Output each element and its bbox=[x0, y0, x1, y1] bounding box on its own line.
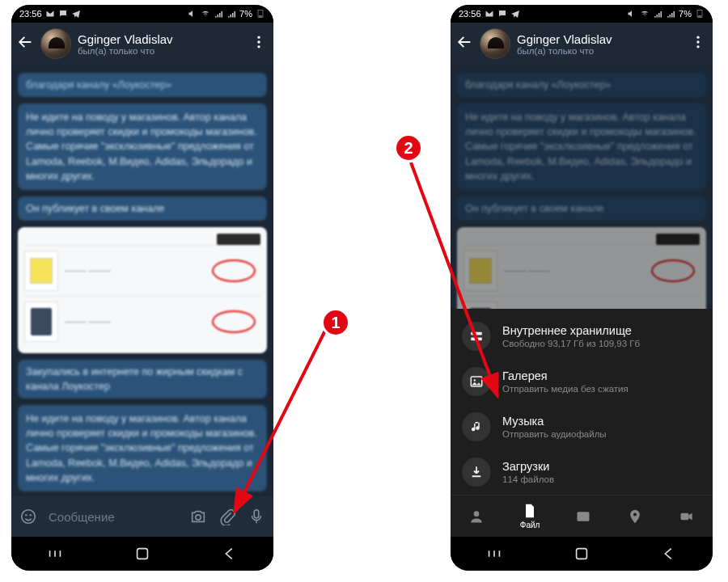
arrow-left-icon bbox=[455, 33, 473, 51]
signal-icon bbox=[214, 9, 223, 19]
home-button[interactable] bbox=[573, 545, 590, 563]
callout-badge-2: 2 bbox=[394, 133, 423, 162]
tab-gallery[interactable] bbox=[575, 508, 591, 525]
svg-line-25 bbox=[235, 326, 328, 512]
callout-arrow-2 bbox=[404, 158, 534, 408]
chat-name: Gginger Vladislav bbox=[517, 32, 684, 46]
svg-rect-10 bbox=[138, 549, 148, 559]
message-bubble: Не идите на поводу у магазинов. Автор ка… bbox=[18, 103, 267, 190]
avatar[interactable] bbox=[40, 28, 71, 59]
chat-icon bbox=[58, 9, 68, 19]
emoji-icon[interactable] bbox=[19, 508, 37, 525]
chat-last-seen: был(а) только что bbox=[517, 46, 684, 56]
home-button[interactable] bbox=[133, 545, 151, 563]
option-subtitle: Отправить аудиофайлы bbox=[502, 429, 607, 439]
svg-rect-24 bbox=[577, 549, 587, 559]
svg-point-13 bbox=[696, 36, 699, 39]
svg-point-22 bbox=[633, 512, 637, 516]
svg-point-5 bbox=[22, 510, 36, 524]
status-time: 23:56 bbox=[19, 9, 42, 19]
chat-name: Gginger Vladislav bbox=[78, 32, 244, 46]
option-title: Загрузки bbox=[502, 460, 554, 473]
svg-point-3 bbox=[257, 40, 260, 43]
wifi-icon bbox=[640, 9, 650, 19]
signal-icon-2 bbox=[226, 9, 236, 19]
svg-point-4 bbox=[257, 45, 260, 48]
image-icon bbox=[575, 508, 591, 525]
callout-badge-1: 1 bbox=[321, 308, 350, 337]
wifi-icon bbox=[201, 9, 210, 19]
more-vertical-icon bbox=[690, 34, 706, 50]
option-downloads[interactable]: Загрузки 114 файлов bbox=[451, 449, 713, 495]
android-nav-bar bbox=[11, 537, 273, 571]
back-nav-button[interactable] bbox=[221, 545, 239, 563]
file-icon bbox=[522, 503, 538, 519]
svg-point-7 bbox=[30, 514, 32, 516]
attach-tabbar: Файл bbox=[451, 495, 713, 537]
camera-icon[interactable] bbox=[189, 508, 207, 525]
more-button[interactable] bbox=[251, 34, 267, 53]
chat-header: Gginger Vladislav был(а) только что bbox=[451, 23, 713, 65]
avatar[interactable] bbox=[480, 28, 510, 59]
signal-icon bbox=[653, 9, 662, 19]
battery-text: 7% bbox=[679, 9, 692, 19]
svg-point-2 bbox=[257, 36, 260, 39]
back-nav-button[interactable] bbox=[660, 545, 678, 563]
back-button[interactable] bbox=[455, 33, 473, 54]
message-bubble: благодаря каналу «Лоукостер» bbox=[18, 73, 267, 97]
option-music[interactable]: Музыка Отправить аудиофайлы bbox=[451, 404, 713, 449]
more-vertical-icon bbox=[251, 34, 267, 50]
telegram-icon bbox=[71, 9, 81, 19]
recents-button[interactable] bbox=[46, 545, 64, 563]
svg-rect-1 bbox=[259, 16, 262, 17]
android-nav-bar bbox=[451, 537, 713, 571]
chat-title-block[interactable]: Gginger Vladislav был(а) только что bbox=[517, 32, 684, 56]
location-icon bbox=[627, 508, 643, 525]
recents-button[interactable] bbox=[485, 545, 503, 563]
signal-icon-2 bbox=[666, 9, 675, 19]
tab-location[interactable] bbox=[627, 508, 643, 525]
battery-icon bbox=[256, 9, 265, 19]
battery-text: 7% bbox=[239, 9, 252, 19]
mail-icon bbox=[45, 9, 55, 19]
status-bar: 23:56 7% bbox=[11, 5, 273, 23]
chat-icon bbox=[497, 9, 507, 19]
svg-point-8 bbox=[196, 515, 201, 520]
svg-point-6 bbox=[25, 514, 27, 516]
back-button[interactable] bbox=[16, 33, 34, 54]
option-subtitle: 114 файлов bbox=[502, 474, 554, 484]
svg-point-14 bbox=[696, 40, 699, 43]
status-bar: 23:56 7% bbox=[451, 5, 713, 23]
battery-icon bbox=[695, 9, 705, 19]
music-icon bbox=[469, 420, 484, 434]
message-bubble: благодаря каналу «Лоукостер» bbox=[457, 73, 706, 97]
svg-rect-21 bbox=[578, 512, 590, 521]
message-input[interactable]: Сообщение bbox=[49, 510, 178, 524]
chat-title-block[interactable]: Gginger Vladislav был(а) только что bbox=[78, 32, 244, 56]
arrow-left-icon bbox=[16, 33, 34, 51]
option-title: Музыка bbox=[502, 415, 607, 428]
download-icon bbox=[469, 465, 484, 479]
chat-header: Gginger Vladislav был(а) только что bbox=[11, 23, 273, 65]
svg-point-20 bbox=[474, 511, 480, 517]
message-bubble: Он публикует в своем канале bbox=[18, 196, 267, 221]
mute-icon bbox=[627, 9, 637, 19]
tab-camera[interactable] bbox=[679, 508, 695, 525]
status-time: 23:56 bbox=[459, 9, 481, 19]
mail-icon bbox=[485, 9, 494, 19]
callout-arrow-1 bbox=[226, 319, 356, 529]
mute-icon bbox=[188, 9, 197, 19]
svg-line-26 bbox=[411, 162, 497, 396]
telegram-icon bbox=[510, 9, 520, 19]
tab-file[interactable]: Файл bbox=[520, 503, 540, 529]
tab-contact[interactable] bbox=[468, 508, 485, 525]
chat-last-seen: был(а) только что bbox=[78, 46, 244, 56]
svg-rect-12 bbox=[698, 16, 701, 17]
person-icon bbox=[468, 508, 485, 525]
more-button[interactable] bbox=[690, 34, 706, 53]
svg-rect-23 bbox=[681, 512, 689, 519]
svg-point-15 bbox=[696, 45, 699, 48]
video-icon bbox=[679, 508, 695, 525]
